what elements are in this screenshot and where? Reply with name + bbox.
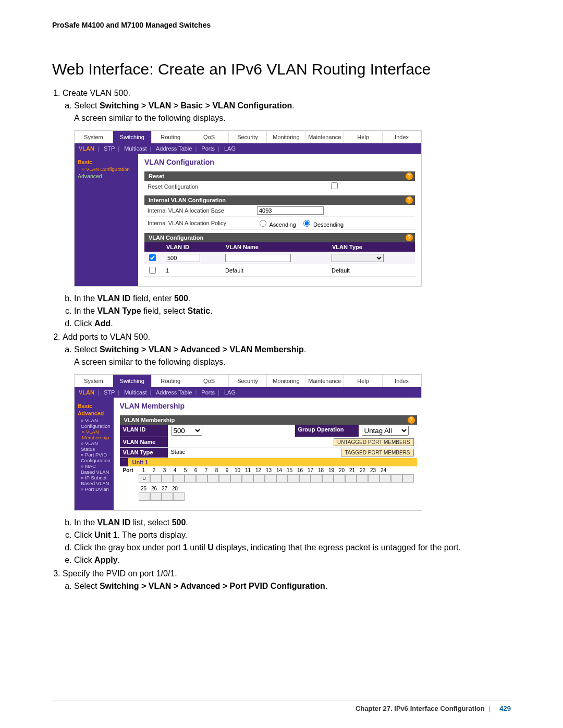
subtab-addresstable[interactable]: Address Table — [156, 389, 192, 396]
port-cell-25[interactable] — [139, 492, 150, 501]
sidebar: Basic » VLAN Configuration Advanced — [75, 154, 138, 286]
sidebar-port-dvlan[interactable]: » Port DVlan — [81, 486, 111, 492]
subtab-vlan[interactable]: VLAN — [79, 389, 94, 396]
port-cell-3[interactable] — [162, 474, 173, 483]
tab-help[interactable]: Help — [344, 375, 383, 387]
tab-monitoring[interactable]: Monitoring — [267, 375, 305, 387]
subtab-lag[interactable]: LAG — [224, 389, 236, 396]
tab-monitoring[interactable]: Monitoring — [267, 131, 305, 143]
port-header-row: Port 12345678910111213141516171819202122… — [120, 466, 417, 474]
tab-switching[interactable]: Switching — [113, 375, 152, 387]
sidebar-advanced[interactable]: Advanced — [78, 410, 111, 416]
port-cell-15[interactable] — [299, 474, 311, 483]
tab-system[interactable]: System — [75, 375, 113, 387]
untagged-members-button[interactable]: UNTAGGED PORT MEMBERS — [334, 438, 413, 446]
help-icon[interactable]: ? — [406, 196, 413, 204]
help-icon[interactable]: ? — [406, 172, 413, 180]
unit-collapse-icon[interactable]: − — [120, 458, 128, 466]
port-cell-22[interactable] — [380, 474, 391, 483]
tab-index[interactable]: Index — [383, 375, 421, 387]
subtab-ports[interactable]: Ports — [201, 145, 215, 152]
port-cell-16[interactable] — [311, 474, 322, 483]
port-header-row-2: 25262728 — [120, 485, 417, 492]
port-cell-14[interactable] — [288, 474, 299, 483]
tab-security[interactable]: Security — [229, 375, 267, 387]
port-cell-26[interactable] — [150, 492, 162, 501]
row-checkbox[interactable] — [149, 254, 156, 261]
sidebar-port-pvid[interactable]: » Port PVID Configuration — [81, 452, 111, 463]
tab-system[interactable]: System — [75, 131, 113, 143]
port-cell-21[interactable] — [368, 474, 380, 483]
subtab-stp[interactable]: STP — [104, 145, 115, 152]
subtab-ports[interactable]: Ports — [201, 389, 215, 396]
sidebar-basic[interactable]: Basic — [78, 403, 111, 409]
port-cell-23[interactable] — [391, 474, 402, 483]
port-cell-27[interactable] — [162, 492, 173, 501]
subtab-vlan[interactable]: VLAN — [79, 145, 94, 152]
subtab-addresstable[interactable]: Address Table — [156, 145, 192, 152]
help-icon[interactable]: ? — [406, 234, 413, 241]
subtab-stp[interactable]: STP — [104, 389, 115, 396]
group-op-select[interactable]: Untag All — [362, 426, 409, 436]
port-cell-12[interactable] — [265, 474, 276, 483]
port-cell-24[interactable] — [402, 474, 414, 483]
step-1a: Select Switching > VLAN > Basic > VLAN C… — [74, 101, 511, 287]
subtab-multicast[interactable]: Multicast — [124, 389, 146, 396]
tagged-members-button[interactable]: TAGGED PORT MEMBERS — [341, 449, 413, 456]
help-icon[interactable]: ? — [408, 416, 415, 424]
sidebar-vlan-membership[interactable]: » VLAN Membership — [82, 429, 111, 440]
port-cell-10[interactable] — [242, 474, 253, 483]
sidebar-vlan-status[interactable]: » VLAN Status — [81, 440, 111, 452]
port-cell-17[interactable] — [322, 474, 334, 483]
sidebar-ip-subnet-vlan[interactable]: » IP Subnet Based VLAN — [81, 475, 111, 486]
port-cell-9[interactable] — [230, 474, 242, 483]
port-cell-7[interactable] — [207, 474, 219, 483]
port-cell-2[interactable] — [150, 474, 162, 483]
tab-help[interactable]: Help — [344, 131, 383, 143]
port-cell-28[interactable] — [173, 492, 185, 501]
tab-index[interactable]: Index — [383, 131, 421, 143]
reset-checkbox[interactable] — [331, 182, 338, 189]
port-cell-6[interactable] — [196, 474, 207, 483]
tab-maintenance[interactable]: Maintenance — [305, 131, 344, 143]
sidebar-vlan-config[interactable]: » VLAN Configuration — [82, 166, 135, 172]
page-footer: Chapter 27. IPv6 Interface Configuration… — [52, 700, 511, 712]
vlan-id-select[interactable]: 500 — [171, 426, 202, 436]
port-cell-4[interactable] — [173, 474, 185, 483]
tab-switching[interactable]: Switching — [113, 131, 152, 143]
content: VLAN Configuration Reset ? Reset Configu… — [138, 154, 421, 286]
port-state-row-2 — [120, 492, 417, 503]
subtab-multicast[interactable]: Multicast — [124, 145, 146, 152]
port-cell-1[interactable]: U — [139, 474, 150, 483]
sidebar-advanced[interactable]: Advanced — [78, 173, 135, 179]
main-list: Create VLAN 500. Select Switching > VLAN… — [52, 89, 511, 591]
sidebar-vlan-conf[interactable]: » VLAN Configuration — [81, 417, 111, 429]
policy-descending[interactable]: Descending — [301, 221, 344, 228]
tab-security[interactable]: Security — [229, 131, 267, 143]
vlan-id-input[interactable] — [166, 254, 200, 262]
step-2: Add ports to VLAN 500. Select Switching … — [63, 332, 511, 565]
step-2b: In the VLAN ID list, select 500. — [74, 518, 511, 527]
policy-ascending[interactable]: Ascending — [257, 221, 296, 228]
vlan-name-input[interactable] — [225, 254, 291, 262]
port-cell-8[interactable] — [219, 474, 230, 483]
port-cell-19[interactable] — [345, 474, 357, 483]
tab-routing[interactable]: Routing — [152, 375, 190, 387]
row-checkbox[interactable] — [149, 267, 156, 274]
port-cell-13[interactable] — [276, 474, 288, 483]
step-1a-intro: A screen similar to the following displa… — [74, 114, 511, 123]
sidebar-basic[interactable]: Basic — [78, 159, 135, 165]
vlan-type-select[interactable] — [332, 254, 384, 262]
port-cell-18[interactable] — [334, 474, 345, 483]
port-cell-11[interactable] — [253, 474, 265, 483]
port-cell-20[interactable] — [357, 474, 368, 483]
unit-1-label[interactable]: Unit 1 — [128, 458, 153, 466]
subtab-lag[interactable]: LAG — [224, 145, 236, 152]
port-cell-5[interactable] — [185, 474, 196, 483]
tab-routing[interactable]: Routing — [152, 131, 190, 143]
tab-qos[interactable]: QoS — [190, 375, 229, 387]
internal-base-input[interactable] — [257, 206, 324, 215]
tab-maintenance[interactable]: Maintenance — [305, 375, 344, 387]
sidebar-mac-vlan[interactable]: » MAC Based VLAN — [81, 463, 111, 475]
tab-qos[interactable]: QoS — [190, 131, 229, 143]
